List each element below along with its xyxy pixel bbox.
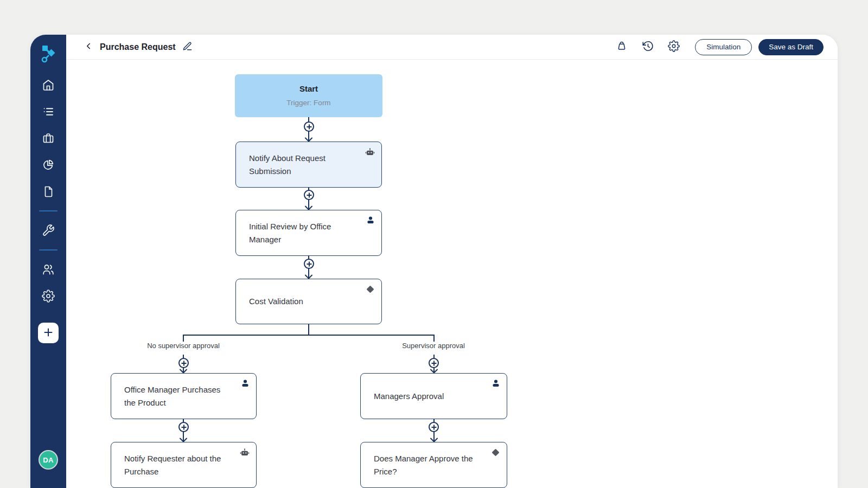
user-icon — [492, 379, 500, 388]
topbar-actions: Simulation Save as Draft — [615, 39, 824, 55]
flow-node-initial-review[interactable]: Initial Review by Office Manager — [235, 210, 382, 256]
gear-icon — [668, 40, 680, 54]
user-icon — [366, 216, 375, 224]
add-step-button[interactable] — [429, 358, 439, 368]
weight-icon — [616, 40, 628, 54]
node-label: Notify Requester about the Purchase — [124, 452, 231, 478]
bot-icon — [240, 448, 250, 458]
edit-title-button[interactable] — [181, 40, 194, 54]
node-label: Office Manager Purchases the Product — [124, 383, 231, 409]
briefcase-icon — [42, 132, 55, 145]
avatar-initials: DA — [43, 456, 53, 464]
start-node-trigger: Trigger: Form — [286, 98, 330, 109]
sidebar-item-home[interactable] — [42, 79, 55, 92]
sidebar-divider — [39, 210, 58, 211]
pie-chart-icon — [42, 158, 55, 171]
app-logo-icon[interactable] — [39, 44, 58, 65]
sidebar-item-tasks[interactable] — [42, 105, 55, 118]
document-icon — [42, 185, 55, 198]
sidebar-item-team[interactable] — [42, 263, 55, 276]
node-label: Cost Validation — [249, 295, 303, 307]
history-icon — [642, 40, 654, 54]
app-window: DA Purchase Request — [30, 35, 838, 488]
workflow-canvas[interactable]: No supervisor approval Supervisor approv… — [66, 60, 838, 488]
sidebar-item-analytics[interactable] — [42, 158, 55, 171]
sidebar-add-button[interactable] — [38, 323, 59, 343]
sidebar-divider — [39, 249, 58, 251]
add-step-button[interactable] — [178, 422, 189, 432]
main-content: Purchase Request — [66, 35, 838, 488]
tasks-list-icon — [42, 105, 55, 118]
user-avatar[interactable]: DA — [39, 450, 58, 470]
chevron-left-icon — [84, 41, 93, 53]
connector-line — [183, 335, 435, 336]
home-icon — [42, 79, 55, 92]
decision-diamond-icon — [366, 285, 375, 294]
flow-node-manager-approve-price[interactable]: Does Manager Approve the Price? — [360, 442, 507, 488]
flow-node-managers-approval[interactable]: Managers Approval — [360, 373, 507, 419]
weight-button[interactable] — [615, 39, 629, 55]
save-as-draft-button[interactable]: Save as Draft — [758, 39, 824, 55]
add-step-button[interactable] — [304, 121, 314, 132]
pencil-icon — [182, 41, 193, 53]
sidebar: DA — [30, 35, 66, 488]
back-button[interactable] — [82, 40, 94, 54]
node-label: Managers Approval — [374, 390, 444, 402]
node-label: Notify About Request Submission — [249, 152, 356, 177]
connector-line — [433, 335, 435, 342]
flow-node-start[interactable]: Start Trigger: Form — [235, 74, 382, 117]
bot-icon — [365, 147, 375, 157]
connector-line — [308, 324, 309, 336]
sidebar-item-builder[interactable] — [42, 224, 55, 237]
wrench-icon — [42, 224, 55, 237]
flow-node-office-manager-purchases[interactable]: Office Manager Purchases the Product — [111, 373, 257, 419]
sidebar-item-documents[interactable] — [42, 185, 55, 198]
team-icon — [42, 263, 55, 276]
flow-node-cost-validation[interactable]: Cost Validation — [235, 279, 382, 324]
node-label: Does Manager Approve the Price? — [374, 452, 482, 478]
user-icon — [241, 379, 250, 388]
start-node-title: Start — [299, 82, 318, 95]
sidebar-item-settings[interactable] — [42, 290, 55, 303]
branch-label-left: No supervisor approval — [145, 342, 222, 350]
gear-icon — [42, 290, 55, 303]
connector-line — [183, 335, 184, 342]
history-button[interactable] — [641, 39, 655, 55]
canvas-settings-button[interactable] — [667, 39, 681, 55]
flow-node-notify-submission[interactable]: Notify About Request Submission — [235, 142, 382, 188]
simulation-button[interactable]: Simulation — [695, 39, 752, 55]
branch-label-right: Supervisor approval — [400, 342, 467, 350]
plus-icon — [43, 327, 54, 339]
page-title: Purchase Request — [100, 42, 176, 52]
add-step-button[interactable] — [304, 259, 314, 269]
topbar: Purchase Request — [66, 35, 838, 60]
add-step-button[interactable] — [178, 358, 189, 368]
sidebar-item-projects[interactable] — [42, 132, 55, 145]
add-step-button[interactable] — [429, 422, 439, 432]
flow-node-notify-requester[interactable]: Notify Requester about the Purchase — [111, 442, 257, 488]
add-step-button[interactable] — [304, 190, 314, 200]
decision-diamond-icon — [491, 448, 500, 457]
node-label: Initial Review by Office Manager — [249, 220, 356, 246]
